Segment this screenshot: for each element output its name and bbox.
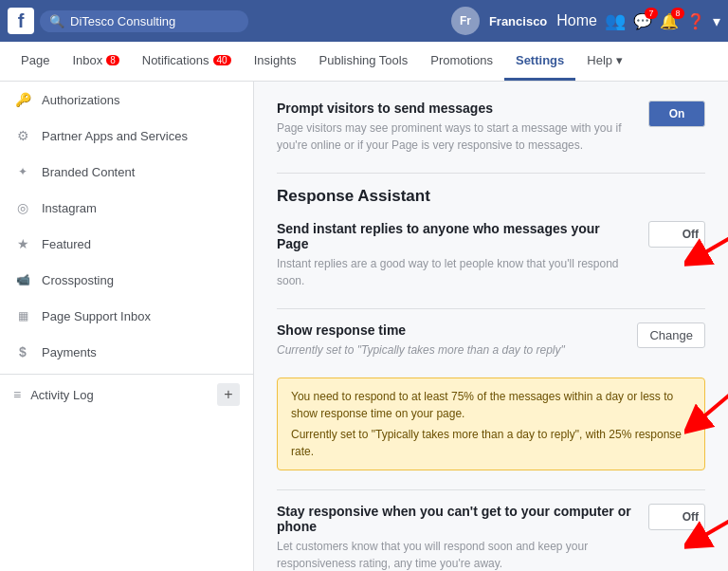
stay-responsive-row-wrapper: Stay responsive when you can't get to yo… (277, 504, 705, 571)
sidebar-item-label: Partner Apps and Services (42, 129, 188, 143)
sidebar-item-label: Instagram (42, 201, 97, 215)
activity-log-add-button[interactable]: + (217, 383, 240, 406)
avatar-initials: Fr (460, 14, 471, 28)
stay-responsive-setting: Stay responsive when you can't get to yo… (277, 504, 705, 571)
sidebar-item-label: Page Support Inbox (42, 309, 151, 323)
nav-page[interactable]: Page (9, 42, 61, 81)
sidebar-footer-activity-log[interactable]: ≡ Activity Log + (0, 374, 253, 414)
home-link[interactable]: Home (556, 12, 597, 29)
nav-promotions[interactable]: Promotions (419, 42, 504, 81)
sidebar-item-authorizations[interactable]: 🔑 Authorizations (0, 82, 253, 118)
instant-replies-title: Send instant replies to anyone who messa… (277, 221, 633, 251)
response-time-title: Show response time (277, 322, 622, 338)
inbox-badge: 8 (106, 55, 119, 65)
instant-replies-row-wrapper: Send instant replies to anyone who messa… (277, 221, 705, 289)
branded-content-icon: ✦ (13, 162, 32, 181)
prompt-visitors-text: Prompt visitors to send messages Page vi… (277, 101, 633, 154)
dropdown-icon[interactable]: ▾ (713, 12, 720, 30)
response-time-change-button[interactable]: Change (637, 322, 705, 348)
stay-responsive-text: Stay responsive when you can't get to yo… (277, 504, 633, 571)
activity-log-icon: ≡ (13, 387, 21, 402)
instant-replies-text: Send instant replies to anyone who messa… (277, 221, 633, 289)
divider-3 (277, 489, 705, 490)
sidebar-item-page-support[interactable]: ▦ Page Support Inbox (0, 298, 253, 334)
main-layout: 🔑 Authorizations ⚙ Partner Apps and Serv… (0, 82, 728, 571)
warning-box-wrapper: You need to respond to at least 75% of t… (277, 378, 705, 470)
facebook-logo: f (8, 8, 34, 34)
nav-publishing[interactable]: Publishing Tools (308, 42, 420, 81)
response-time-setting: Show response time Currently set to "Typ… (277, 322, 705, 359)
sidebar-item-branded-content[interactable]: ✦ Branded Content (0, 154, 253, 190)
instagram-icon: ◎ (13, 198, 32, 217)
nav-inbox[interactable]: Inbox 8 (61, 42, 130, 81)
sidebar: 🔑 Authorizations ⚙ Partner Apps and Serv… (0, 82, 254, 571)
red-arrow-2 (684, 387, 728, 444)
red-arrow-1 (684, 230, 728, 278)
warning-box: You need to respond to at least 75% of t… (277, 378, 705, 470)
partner-apps-icon: ⚙ (13, 126, 32, 145)
stay-responsive-title: Stay responsive when you can't get to yo… (277, 504, 633, 534)
warning-line2: Currently set to "Typically takes more t… (291, 426, 691, 460)
svg-line-1 (694, 395, 728, 425)
prompt-visitors-setting: Prompt visitors to send messages Page vi… (277, 101, 705, 154)
sidebar-item-crossposting[interactable]: 📹 Crossposting (0, 262, 253, 298)
top-right-nav: Fr Francisco Home 👥 💬 7 🔔 8 ❓ ▾ (451, 7, 720, 35)
sidebar-footer-label: Activity Log (30, 388, 93, 402)
content-area: Prompt visitors to send messages Page vi… (254, 82, 728, 571)
prompt-visitors-toggle[interactable]: On (648, 101, 705, 127)
notifications-icon[interactable]: 🔔 8 (660, 12, 679, 30)
top-icon-group: Home 👥 💬 7 🔔 8 ❓ ▾ (556, 10, 720, 31)
authorizations-icon: 🔑 (13, 90, 32, 109)
response-assistant-header: Response Assistant (277, 187, 705, 206)
featured-icon: ★ (13, 234, 32, 253)
svg-line-0 (694, 238, 728, 259)
help-icon[interactable]: ❓ (686, 12, 705, 30)
search-bar[interactable]: 🔍 (40, 10, 248, 32)
instant-replies-desc: Instant replies are a good way to let pe… (277, 255, 633, 289)
sidebar-item-label: Authorizations (42, 93, 119, 107)
sidebar-item-partner-apps[interactable]: ⚙ Partner Apps and Services (0, 118, 253, 154)
divider-1 (277, 173, 705, 174)
search-icon: 🔍 (49, 14, 64, 28)
prompt-visitors-title: Prompt visitors to send messages (277, 101, 633, 116)
svg-line-2 (694, 521, 728, 542)
friends-icon[interactable]: 👥 (605, 10, 626, 31)
search-input[interactable] (70, 14, 222, 28)
sidebar-item-payments[interactable]: $ Payments (0, 334, 253, 370)
response-time-text: Show response time Currently set to "Typ… (277, 322, 622, 359)
avatar: Fr (451, 7, 480, 35)
sidebar-item-label: Branded Content (42, 165, 135, 179)
warning-line1: You need to respond to at least 75% of t… (291, 388, 691, 422)
prompt-visitors-desc: Page visitors may see prominent ways to … (277, 120, 633, 154)
notif-badge: 40 (213, 55, 231, 65)
sidebar-item-label: Featured (42, 237, 91, 251)
instant-replies-setting: Send instant replies to anyone who messa… (277, 221, 705, 289)
stay-responsive-desc: Let customers know that you will respond… (277, 538, 633, 571)
response-time-desc: Currently set to "Typically takes more t… (277, 341, 622, 359)
nav-help[interactable]: Help ▾ (575, 42, 633, 81)
sidebar-item-instagram[interactable]: ◎ Instagram (0, 190, 253, 226)
divider-2 (277, 308, 705, 309)
nav-settings[interactable]: Settings (504, 42, 575, 81)
sidebar-item-label: Crossposting (42, 273, 114, 287)
payments-icon: $ (13, 342, 32, 361)
messenger-badge: 7 (645, 8, 658, 19)
page-nav: Page Inbox 8 Notifications 40 Insights P… (0, 42, 728, 82)
nav-insights[interactable]: Insights (243, 42, 308, 81)
top-bar: f 🔍 Fr Francisco Home 👥 💬 7 🔔 8 ❓ ▾ (0, 0, 728, 42)
messenger-icon[interactable]: 💬 7 (633, 12, 652, 30)
sidebar-item-featured[interactable]: ★ Featured (0, 226, 253, 262)
page-support-icon: ▦ (13, 306, 32, 325)
notifications-badge: 8 (671, 8, 684, 19)
red-arrow-3 (684, 513, 728, 561)
crossposting-icon: 📹 (13, 270, 32, 289)
top-nav-francisco[interactable]: Francisco (489, 14, 547, 28)
sidebar-item-label: Payments (42, 345, 97, 359)
nav-notifications[interactable]: Notifications 40 (131, 42, 243, 81)
